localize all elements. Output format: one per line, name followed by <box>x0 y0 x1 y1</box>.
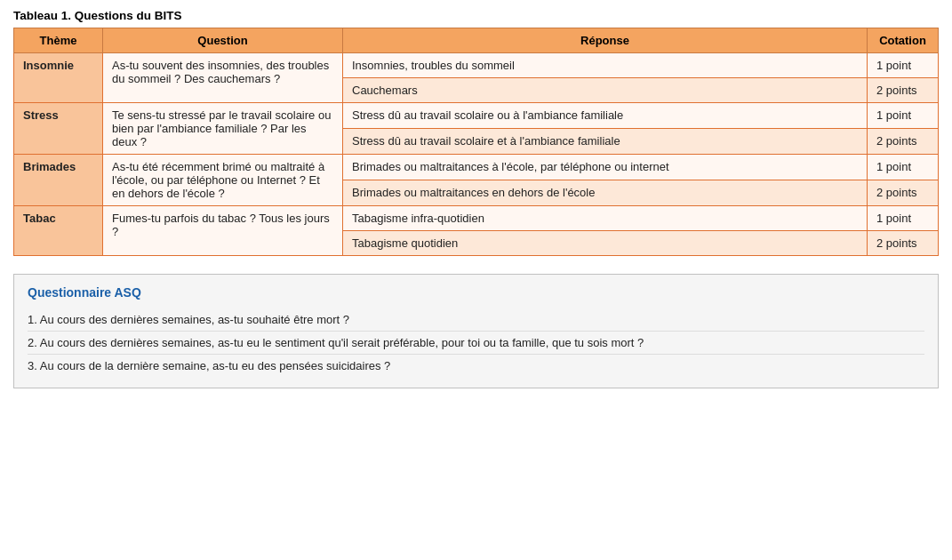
cotation-cell: 1 point <box>868 53 939 78</box>
theme-cell: Tabac <box>14 206 103 256</box>
header-theme: Thème <box>14 28 103 53</box>
bits-table: Thème Question Réponse Cotation Insomnie… <box>13 28 939 256</box>
question-cell: Te sens-tu stressé par le travail scolai… <box>103 103 343 155</box>
response-cell: Tabagisme infra-quotidien <box>343 206 868 231</box>
header-cotation: Cotation <box>868 28 939 53</box>
question-cell: As-tu été récemment brimé ou maltraité à… <box>103 155 343 206</box>
response-cell: Cauchemars <box>343 78 868 103</box>
cotation-cell: 2 points <box>868 129 939 155</box>
response-cell: Stress dû au travail scolaire et à l'amb… <box>343 129 868 155</box>
table-row: InsomnieAs-tu souvent des insomnies, des… <box>14 53 939 78</box>
questionnaire-box: Questionnaire ASQ 1. Au cours des derniè… <box>13 274 939 388</box>
cotation-cell: 1 point <box>868 155 939 180</box>
response-cell: Brimades ou maltraitances à l'école, par… <box>343 155 868 180</box>
table-row: TabacFumes-tu parfois du tabac ? Tous le… <box>14 206 939 231</box>
questionnaire-item: 2. Au cours des dernières semaines, as-t… <box>28 331 924 354</box>
response-cell: Brimades ou maltraitances en dehors de l… <box>343 180 868 206</box>
table-row: StressTe sens-tu stressé par le travail … <box>14 103 939 129</box>
theme-cell: Stress <box>14 103 103 155</box>
questionnaire-item: 1. Au cours des dernières semaines, as-t… <box>28 308 924 331</box>
table-title: Tableau 1. Questions du BITS <box>13 9 939 22</box>
cotation-cell: 2 points <box>868 78 939 103</box>
question-cell: As-tu souvent des insomnies, des trouble… <box>103 53 343 103</box>
header-reponse: Réponse <box>343 28 868 53</box>
cotation-cell: 2 points <box>868 180 939 206</box>
table-row: BrimadesAs-tu été récemment brimé ou mal… <box>14 155 939 180</box>
question-cell: Fumes-tu parfois du tabac ? Tous les jou… <box>103 206 343 256</box>
cotation-cell: 1 point <box>868 206 939 231</box>
response-cell: Stress dû au travail scolaire ou à l'amb… <box>343 103 868 129</box>
cotation-cell: 2 points <box>868 231 939 256</box>
header-question: Question <box>103 28 343 53</box>
questionnaire-title: Questionnaire ASQ <box>28 285 924 300</box>
cotation-cell: 1 point <box>868 103 939 129</box>
theme-cell: Brimades <box>14 155 103 206</box>
theme-cell: Insomnie <box>14 53 103 103</box>
questionnaire-item: 3. Au cours de la dernière semaine, as-t… <box>28 354 924 377</box>
response-cell: Tabagisme quotidien <box>343 231 868 256</box>
response-cell: Insomnies, troubles du sommeil <box>343 53 868 78</box>
